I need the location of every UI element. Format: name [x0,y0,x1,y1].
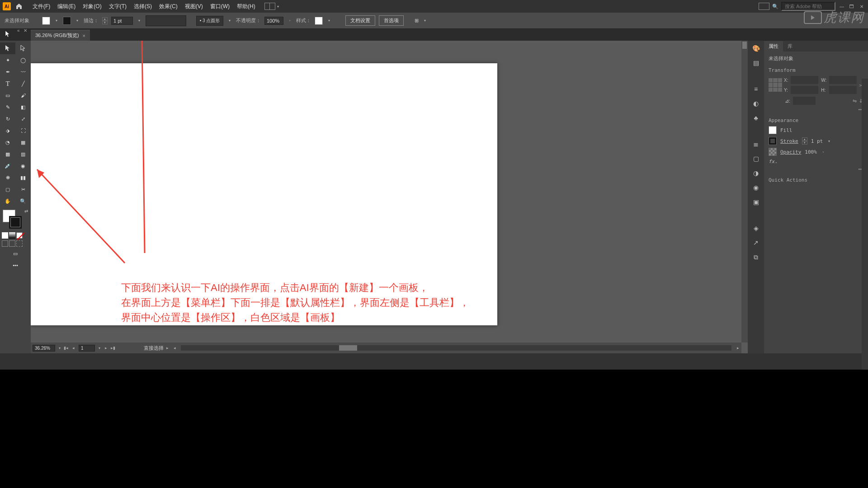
menu-edit[interactable]: 编辑(E) [54,3,79,10]
search-icon[interactable]: 🔍 [772,4,778,9]
vertical-scrollbar[interactable] [741,41,748,343]
zoom-dropdown[interactable]: ▾ [57,345,62,351]
color-mode-none[interactable] [16,232,23,239]
eyedropper-tool[interactable]: 💉 [0,160,15,172]
artboards-panel-icon[interactable]: ⧉ [751,252,761,262]
gradient-panel-icon[interactable]: ◐ [751,99,761,108]
workspace-switcher-icon[interactable] [759,3,769,10]
brush-dropdown[interactable]: ▾ [227,18,232,23]
document-tab[interactable]: 36.26% (RGB/预览) × [31,30,90,41]
home-icon[interactable] [14,2,24,11]
edit-toolbar-icon[interactable]: ••• [0,259,31,271]
brush-definition[interactable]: • 3 点圆形 [196,16,223,26]
transform-w-input[interactable] [829,76,857,84]
scale-tool[interactable]: ⤢ [15,113,31,125]
slice-tool[interactable]: ✂ [15,183,31,195]
menu-window[interactable]: 窗口(W) [207,3,233,10]
hand-tool[interactable]: ✋ [0,195,15,207]
paintbrush-tool[interactable]: 🖌 [15,89,31,101]
h-scroll-right[interactable]: ▸ [735,345,741,351]
menu-select[interactable]: 选择(S) [130,3,156,10]
opacity-input[interactable] [264,17,283,25]
brushes-panel-icon[interactable]: ≣ [751,139,761,149]
free-transform-tool[interactable]: ⛶ [15,125,31,136]
curvature-tool[interactable]: 〰 [15,66,31,78]
shaper-tool[interactable]: ✎ [0,101,15,113]
preferences-button[interactable]: 首选项 [379,15,404,26]
arrange-docs-icon[interactable] [264,3,275,10]
prop-opacity-value[interactable]: 100% [805,149,817,155]
transform-y-input[interactable] [791,86,818,94]
h-scroll-thumb[interactable] [339,345,357,351]
lasso-tool[interactable]: ◯ [15,54,31,66]
shape-builder-tool[interactable]: ◔ [0,136,15,148]
fill-swatch[interactable] [42,17,50,25]
zoom-tool[interactable]: 🔍 [15,195,31,207]
align-dropdown[interactable]: ▾ [422,18,428,23]
transform-x-input[interactable] [791,76,818,84]
first-artboard-button[interactable]: ▮◂ [63,345,69,351]
prop-opacity-dd[interactable]: › [821,149,826,155]
symbol-sprayer-tool[interactable]: ❋ [0,172,15,183]
status-menu-icon[interactable]: ▸ [164,345,170,351]
prop-stroke-value[interactable]: 1 pt [811,138,823,144]
arrange-docs-dropdown[interactable]: ▾ [275,4,281,9]
v-scroll-thumb[interactable] [742,42,747,49]
draw-inside-icon[interactable] [16,240,23,247]
prop-stroke-dd[interactable]: ▾ [826,138,832,144]
blend-tool[interactable]: ◉ [15,160,31,172]
rotate-tool[interactable]: ↻ [0,113,15,125]
rectangle-tool[interactable]: ▭ [0,89,15,101]
symbols-panel-icon[interactable]: ♣ [751,113,761,123]
graphic-styles-panel-icon[interactable]: ▣ [751,197,761,207]
prop-opacity-swatch[interactable] [769,148,777,156]
stroke-panel-icon[interactable]: ≡ [751,84,761,94]
width-tool[interactable]: ⬗ [0,125,15,136]
appearance-more-icon[interactable]: ••• [769,166,863,172]
swap-colors-icon[interactable]: ⇄ [24,209,28,214]
panel-collapse-edge[interactable] [862,79,868,395]
mesh-tool[interactable]: ▩ [0,148,15,160]
stroke-weight-input[interactable] [111,17,133,25]
screen-mode-icon[interactable]: ▭ [0,248,31,259]
menu-file[interactable]: 文件(F) [29,3,54,10]
opacity-dropdown[interactable]: › [287,18,292,23]
selection-tool[interactable] [0,42,15,54]
prop-stroke-swatch[interactable] [769,137,777,145]
pen-tool[interactable]: ✒ [0,66,15,78]
stroke-dropdown[interactable]: ▾ [75,18,80,23]
color-mode-solid[interactable] [2,232,8,239]
document-setup-button[interactable]: 文档设置 [345,15,375,26]
type-tool[interactable]: T [0,78,15,89]
transform-h-input[interactable] [829,86,857,94]
canvas-area[interactable]: 下面我们来认识一下AI的操作界面，点击AI界面的【新建】一个画板， 在界面上方是… [31,41,748,353]
stroke-swatch[interactable] [63,17,71,25]
menu-object[interactable]: 对象(O) [79,3,105,10]
stroke-color[interactable] [9,216,22,229]
last-artboard-button[interactable]: ▸▮ [110,345,116,351]
color-mode-gradient[interactable] [9,232,15,239]
tab-libraries[interactable]: 库 [783,41,797,52]
var-width-profile[interactable] [146,15,186,26]
fill-dropdown[interactable]: ▾ [54,18,59,23]
app-icon[interactable]: Ai [3,2,11,10]
column-graph-tool[interactable]: ▮▮ [15,172,31,183]
stroke-weight-dropdown[interactable]: ▾ [137,18,142,23]
next-artboard-button[interactable]: ▸ [103,345,109,351]
magic-wand-tool[interactable]: ✦ [0,54,15,66]
tab-properties[interactable]: 属性 [764,41,783,52]
transform-more-icon[interactable]: ••• [769,107,863,112]
layers-panel-icon[interactable]: ▢ [751,154,761,164]
line-tool[interactable]: ╱ [15,78,31,89]
appearance-panel-icon[interactable]: ◉ [751,183,761,192]
color-panel-icon[interactable]: 🎨 [751,43,761,53]
layers-icon[interactable]: ◈ [751,223,761,233]
menu-view[interactable]: 视图(V) [181,3,207,10]
align-icon[interactable]: ⊞ [415,18,419,23]
asset-export-icon[interactable]: ↗ [751,238,761,248]
menu-help[interactable]: 帮助(H) [233,3,259,10]
style-dropdown[interactable]: ▾ [326,18,332,23]
prop-fill-swatch[interactable] [769,126,777,134]
stroke-weight-stepper[interactable]: ▴▾ [102,17,108,24]
flip-h-icon[interactable]: ⇋ [853,98,857,104]
